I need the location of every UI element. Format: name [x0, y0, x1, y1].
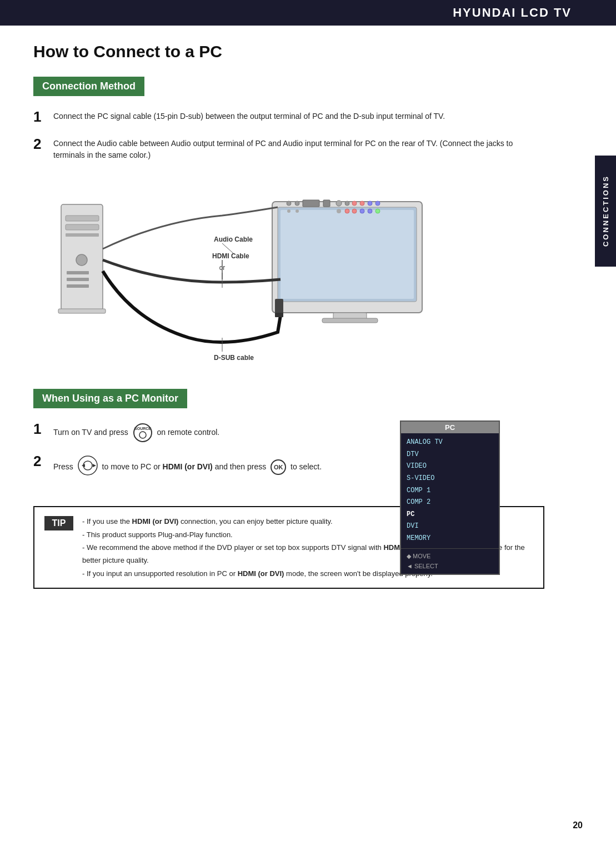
- section-connection-method: Connection Method 1 Connect the PC signa…: [33, 77, 544, 379]
- svg-rect-6: [67, 278, 89, 281]
- svg-rect-17: [323, 200, 330, 207]
- menu-item-video: VIDEO: [407, 460, 493, 473]
- svg-point-25: [296, 209, 299, 213]
- svg-point-14: [287, 201, 291, 206]
- menu-item-analog-tv: ANALOG TV: [407, 437, 493, 449]
- svg-point-19: [345, 201, 349, 206]
- source-button-icon: SOURCE: [133, 423, 153, 443]
- step1-text-after: on remote control.: [157, 428, 219, 437]
- svg-point-18: [336, 201, 342, 206]
- pc-menu-footer: ◆ MOVE ◄ SELECT: [401, 548, 499, 574]
- menu-item-memory: MEMORY: [407, 533, 493, 545]
- step1-text-before: Turn on TV and press: [53, 428, 131, 437]
- pc-menu-header: PC: [401, 422, 499, 433]
- svg-rect-16: [303, 200, 319, 207]
- header-title: HYUNDAI LCD TV: [453, 6, 572, 19]
- step2-num: 2: [33, 136, 53, 153]
- svg-point-4: [76, 254, 87, 266]
- svg-point-45: [139, 432, 146, 438]
- step-2: 2 Connect the Audio cable between Audio …: [33, 136, 544, 161]
- svg-point-23: [375, 201, 380, 206]
- svg-text:►: ►: [92, 462, 97, 468]
- svg-rect-3: [66, 233, 99, 237]
- step2-text-before: Press: [53, 462, 76, 471]
- svg-rect-33: [275, 313, 283, 317]
- section2-content: 1 Turn on TV and press SOURCE on remote …: [33, 421, 544, 489]
- svg-text:Audio Cable: Audio Cable: [214, 236, 253, 243]
- step-1: 1 Connect the PC signal cable (15-pin D-…: [33, 108, 544, 126]
- svg-rect-11: [281, 210, 414, 299]
- svg-text:HDMI Cable: HDMI Cable: [212, 252, 249, 260]
- menu-item-comp1: COMP 1: [407, 485, 493, 497]
- pc-tower-icon: [58, 204, 106, 313]
- section2-step2: 2 Press ◄ ► to move to PC or: [33, 453, 428, 479]
- svg-point-22: [368, 201, 372, 206]
- svg-point-30: [368, 209, 372, 213]
- svg-rect-8: [58, 309, 106, 313]
- svg-rect-5: [67, 271, 89, 274]
- svg-point-15: [295, 201, 299, 206]
- section2-header: When Using as a PC Monitor: [33, 389, 187, 408]
- menu-item-comp2: COMP 2: [407, 497, 493, 509]
- menu-item-s-video: S-VIDEO: [407, 473, 493, 485]
- connections-tab: CONNECTIONS: [595, 156, 616, 267]
- section2-step2-num: 2: [33, 453, 53, 470]
- section2-step1-num: 1: [33, 421, 53, 438]
- section2-step1-text: Turn on TV and press SOURCE on remote co…: [53, 421, 219, 443]
- page-header: HYUNDAI LCD TV: [0, 0, 616, 26]
- section-pc-monitor: When Using as a PC Monitor 1 Turn on TV …: [33, 389, 544, 589]
- step2-text-middle2: and then press: [215, 462, 269, 471]
- nav-button-icon: ◄ ►: [77, 455, 98, 479]
- step2-bold-middle: HDMI (or DVI): [163, 462, 213, 471]
- menu-item-dtv: DTV: [407, 449, 493, 461]
- step2-text: Connect the Audio cable between Audio ou…: [53, 136, 544, 161]
- section2-steps: 1 Turn on TV and press SOURCE on remote …: [33, 421, 428, 489]
- menu-item-pc: PC: [407, 509, 493, 521]
- pc-menu-body: ANALOG TV DTV VIDEO S-VIDEO COMP 1 COMP …: [401, 433, 499, 548]
- ok-button-icon: OK: [271, 459, 286, 475]
- svg-point-29: [360, 209, 364, 213]
- pc-source-menu: PC ANALOG TV DTV VIDEO S-VIDEO COMP 1 CO…: [400, 421, 500, 575]
- svg-point-20: [352, 201, 357, 206]
- svg-text:D-SUB cable: D-SUB cable: [214, 354, 254, 362]
- tv-monitor-icon: [272, 200, 422, 323]
- step1-text: Connect the PC signal cable (15-pin D-su…: [53, 108, 445, 122]
- tip-label: TIP: [44, 516, 73, 530]
- svg-point-27: [345, 209, 349, 213]
- svg-point-24: [287, 209, 291, 213]
- svg-rect-1: [66, 216, 99, 221]
- menu-select-label: ◄ SELECT: [407, 561, 493, 572]
- menu-item-dvi: DVI: [407, 520, 493, 533]
- step1-num: 1: [33, 108, 53, 126]
- connection-diagram: Audio Cable HDMI Cable or D-SUB cable: [50, 171, 450, 379]
- section1-header: Connection Method: [33, 77, 144, 96]
- svg-rect-2: [66, 224, 99, 230]
- svg-text:SOURCE: SOURCE: [134, 427, 151, 430]
- step2-text-after: to select.: [291, 462, 322, 471]
- svg-text:◄: ◄: [81, 462, 86, 468]
- section2-step2-text: Press ◄ ► to move to PC or HDMI (or DV: [53, 453, 322, 479]
- main-content: How to Connect to a PC Connection Method…: [0, 26, 589, 605]
- svg-rect-7: [67, 284, 89, 288]
- menu-move-label: ◆ MOVE: [407, 551, 493, 562]
- page-number: 20: [573, 820, 583, 830]
- page-title: How to Connect to a PC: [33, 42, 544, 61]
- svg-rect-13: [322, 318, 378, 323]
- svg-point-28: [352, 209, 357, 213]
- svg-point-21: [360, 201, 364, 206]
- svg-point-31: [375, 209, 380, 213]
- svg-point-26: [337, 209, 341, 213]
- step2-text-middle: to move to PC or: [102, 462, 163, 471]
- section2-step1: 1 Turn on TV and press SOURCE on remote …: [33, 421, 428, 443]
- side-tab-label: CONNECTIONS: [602, 175, 610, 247]
